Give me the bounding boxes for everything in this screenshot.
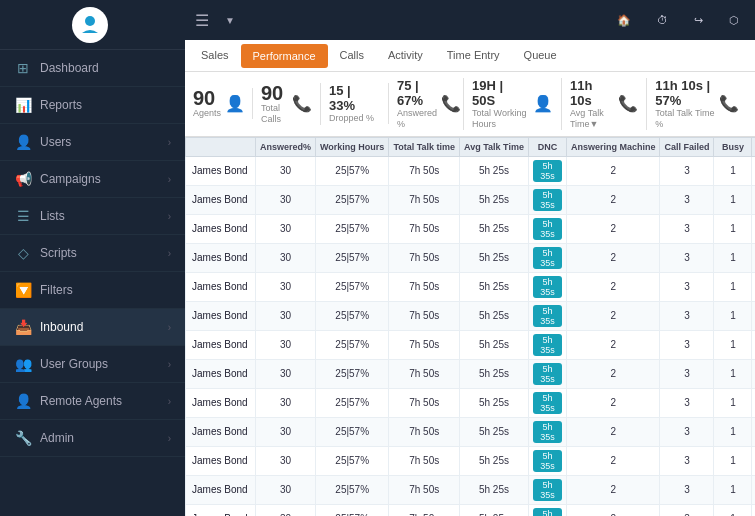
cell-12-1: 25|57%	[316, 504, 389, 516]
nav-icon-lists: ☰	[14, 208, 32, 224]
cell-name-2: James Bond	[186, 214, 256, 243]
badge-6-4: 5h 35s	[533, 334, 562, 356]
cell-4-4: 5h 35s	[528, 272, 566, 301]
sidebar-item-admin[interactable]: 🔧 Admin ›	[0, 420, 185, 457]
sidebar-item-users[interactable]: 👤 Users ›	[0, 124, 185, 161]
nav-item-left-remoteagents: 👤 Remote Agents	[14, 393, 122, 409]
cell-11-5: 2	[566, 475, 660, 504]
table-row: James Bond3025|57%7h 50s5h 25s5h 35s2315…	[186, 417, 756, 446]
tab-queue[interactable]: Queue	[512, 43, 569, 69]
sidebar-item-inbound[interactable]: 📥 Inbound ›	[0, 309, 185, 346]
table-row: James Bond3025|57%7h 50s5h 25s5h 35s2315…	[186, 214, 756, 243]
cell-1-2: 7h 50s	[389, 185, 460, 214]
cell-0-0: 30	[256, 156, 316, 185]
cell-5-3: 5h 25s	[460, 301, 529, 330]
cell-5-7: 1	[714, 301, 752, 330]
sidebar-item-dashboard[interactable]: ⊞ Dashboard	[0, 50, 185, 87]
cell-0-5: 2	[566, 156, 660, 185]
cell-9-2: 7h 50s	[389, 417, 460, 446]
table-area[interactable]: Answered%Working HoursTotal Talk timeAvg…	[185, 137, 755, 516]
hamburger-icon[interactable]: ☰	[195, 11, 209, 30]
stat-agents: 90 Agents 👤	[193, 88, 253, 119]
table-row: James Bond3025|57%7h 50s5h 25s5h 35s2315…	[186, 156, 756, 185]
cell-8-1: 25|57%	[316, 388, 389, 417]
nav-label-usergroups: User Groups	[40, 357, 108, 371]
nav-arrow-users: ›	[168, 137, 171, 148]
stat-answered: 75 | 67% Answered % 📞	[397, 78, 464, 130]
cell-1-4: 5h 35s	[528, 185, 566, 214]
col-header-6: Call Failed	[660, 137, 714, 156]
cell-5-5: 2	[566, 301, 660, 330]
nav-arrow-campaigns: ›	[168, 174, 171, 185]
stat-fraction-block-answered: 75 | 67% Answered %	[397, 78, 437, 130]
sidebar-item-filters[interactable]: 🔽 Filters	[0, 272, 185, 309]
stat-icon-agents: 👤	[225, 94, 245, 113]
share-button[interactable]: ⬡	[723, 12, 745, 29]
cell-11-0: 30	[256, 475, 316, 504]
nav-icon-scripts: ◇	[14, 245, 32, 261]
col-header-3: Avg Talk Time	[460, 137, 529, 156]
cell-7-4: 5h 35s	[528, 359, 566, 388]
sidebar: ⊞ Dashboard 📊 Reports 👤 Users › 📢 Campai…	[0, 0, 185, 516]
sidebar-item-campaigns[interactable]: 📢 Campaigns ›	[0, 161, 185, 198]
stat-label-totalcalls: Total Calls	[261, 103, 288, 125]
nav-item-left-users: 👤 Users	[14, 134, 71, 150]
cell-6-5: 2	[566, 330, 660, 359]
cell-3-3: 5h 25s	[460, 243, 529, 272]
cell-10-5: 2	[566, 446, 660, 475]
cell-10-0: 30	[256, 446, 316, 475]
sidebar-item-reports[interactable]: 📊 Reports	[0, 87, 185, 124]
tab-sales[interactable]: Sales	[189, 43, 241, 69]
cell-7-0: 30	[256, 359, 316, 388]
cell-2-0: 30	[256, 214, 316, 243]
nav-item-left-usergroups: 👥 User Groups	[14, 356, 108, 372]
tab-calls[interactable]: Calls	[328, 43, 376, 69]
tab-activity[interactable]: Activity	[376, 43, 435, 69]
cell-name-9: James Bond	[186, 417, 256, 446]
cell-1-3: 5h 25s	[460, 185, 529, 214]
cell-0-6: 3	[660, 156, 714, 185]
logout-button[interactable]: ↪	[688, 12, 713, 29]
cell-2-7: 1	[714, 214, 752, 243]
cell-name-1: James Bond	[186, 185, 256, 214]
cell-3-0: 30	[256, 243, 316, 272]
nav-arrow-inbound: ›	[168, 322, 171, 333]
home-icon: 🏠	[617, 14, 631, 27]
stat-talktimeavg: 11h 10s Avg Talk Time▼ 📞	[570, 78, 647, 130]
cell-4-2: 7h 50s	[389, 272, 460, 301]
cell-2-4: 5h 35s	[528, 214, 566, 243]
tab-timeentry[interactable]: Time Entry	[435, 43, 512, 69]
cell-3-1: 25|57%	[316, 243, 389, 272]
sidebar-item-usergroups[interactable]: 👥 User Groups ›	[0, 346, 185, 383]
cell-11-7: 1	[714, 475, 752, 504]
cell-name-12: James Bond	[186, 504, 256, 516]
cell-name-8: James Bond	[186, 388, 256, 417]
cell-4-5: 2	[566, 272, 660, 301]
tab-performance[interactable]: Performance	[241, 44, 328, 68]
timeclock-button[interactable]: ⏱	[651, 12, 678, 28]
cell-4-1: 25|57%	[316, 272, 389, 301]
sidebar-item-scripts[interactable]: ◇ Scripts ›	[0, 235, 185, 272]
home-button[interactable]: 🏠	[611, 12, 641, 29]
col-header-4: DNC	[528, 137, 566, 156]
sidebar-item-remoteagents[interactable]: 👤 Remote Agents ›	[0, 383, 185, 420]
cell-1-6: 3	[660, 185, 714, 214]
stat-fraction-dropped: 15 | 33%	[329, 83, 380, 113]
cell-6-4: 5h 35s	[528, 330, 566, 359]
cell-8-4: 5h 35s	[528, 388, 566, 417]
cell-9-5: 2	[566, 417, 660, 446]
logo-icon	[72, 7, 108, 43]
stats-bar: 90 Agents 👤 90 Total Calls 📞 15 | 33% Dr…	[185, 72, 755, 137]
cell-2-2: 7h 50s	[389, 214, 460, 243]
nav-item-left-inbound: 📥 Inbound	[14, 319, 83, 335]
cell-name-10: James Bond	[186, 446, 256, 475]
stat-num-totalcalls: 90 Total Calls	[261, 83, 288, 125]
badge-4-4: 5h 35s	[533, 276, 562, 298]
sidebar-item-lists[interactable]: ☰ Lists ›	[0, 198, 185, 235]
topbar-dropdown-arrow[interactable]: ▼	[225, 15, 235, 26]
badge-3-4: 5h 35s	[533, 247, 562, 269]
cell-3-7: 1	[714, 243, 752, 272]
stat-fraction-workhours: 19H | 50S	[472, 78, 529, 108]
share-icon: ⬡	[729, 14, 739, 27]
nav-icon-admin: 🔧	[14, 430, 32, 446]
